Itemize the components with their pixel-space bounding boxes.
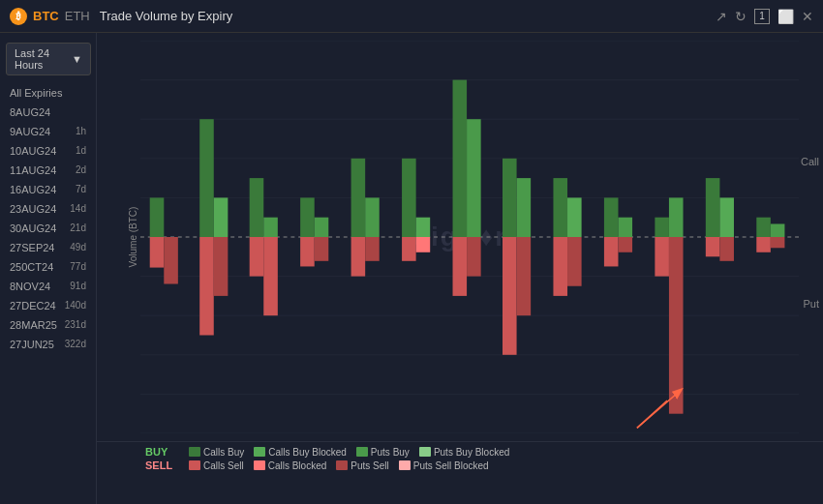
bar-8aug24-puts-sell: [164, 237, 178, 283]
sidebar-item-28mar25[interactable]: 28MAR25 231d: [0, 315, 96, 335]
bar-16aug24-puts-buy: [365, 197, 380, 237]
calls-sell-label: Calls Sell: [203, 460, 244, 471]
sidebar-item-27dec24[interactable]: 27DEC24 140d: [0, 296, 96, 315]
bar-27dec24-calls-sell: [655, 237, 669, 277]
puts-sell-swatch: [336, 460, 348, 470]
calls-buy-swatch: [189, 447, 200, 457]
bar-30aug24-puts-buy: [467, 119, 481, 237]
bar-11aug24-calls-sell: [300, 237, 315, 266]
export-button[interactable]: ↗: [716, 9, 727, 24]
calls-buy-label: Calls Buy: [203, 447, 244, 458]
expiry-label: 10AUG24: [10, 145, 56, 157]
sidebar-item-27jun25[interactable]: 27JUN25 322d: [0, 335, 96, 354]
expiry-label: 11AUG24: [10, 164, 56, 176]
svg-line-38: [637, 400, 667, 428]
expiry-label: 9AUG24: [10, 126, 50, 137]
call-side-label: Call: [801, 156, 819, 167]
chart-title: Trade Volume by Expiry: [100, 9, 233, 23]
sidebar-item-16aug24[interactable]: 16AUG24 7d: [0, 180, 96, 199]
sidebar-item-all[interactable]: All Expiries: [0, 83, 96, 103]
bar-250ct24-calls-buy: [553, 178, 567, 237]
timeframe-dropdown[interactable]: Last 24 Hours ▼: [6, 43, 90, 75]
sidebar-item-27sep24[interactable]: 27SEP24 49d: [0, 238, 96, 257]
svg-text:Put Selling: Put Selling: [601, 432, 659, 433]
btc-icon: ₿: [10, 8, 27, 25]
bar-11aug24-puts-sell: [315, 237, 329, 261]
titlebar-right: ↗ ↻ 1 ⬜ ✕: [716, 9, 813, 24]
chart-area: Volume (BTC) digit♦r Call Put: [97, 33, 823, 441]
expiry-label: 16AUG24: [10, 184, 56, 195]
sidebar-item-11aug24[interactable]: 11AUG24 2d: [0, 161, 96, 180]
btc-ticker[interactable]: BTC: [33, 9, 59, 23]
bar-28mar25-puts-sell: [719, 237, 734, 261]
calls-sell-blocked-legend: Calls Blocked: [254, 460, 327, 471]
buy-label: BUY: [145, 446, 179, 458]
expiry-label: 250CT24: [10, 261, 53, 273]
sidebar-item-8nov24[interactable]: 8NOV24 91d: [0, 277, 96, 296]
puts-buy-blocked-swatch: [419, 447, 431, 457]
days-label: 1h: [76, 126, 86, 137]
sidebar: Last 24 Hours ▼ All Expiries 8AUG24 9AUG…: [0, 33, 97, 504]
layout-button[interactable]: 1: [754, 9, 770, 24]
bar-10aug24-puts-buy: [263, 218, 278, 237]
puts-buy-blocked-label: Puts Buy Blocked: [434, 447, 509, 458]
y-axis-label: Volume (BTC): [128, 207, 138, 268]
bar-27dec24-puts-buy: [669, 197, 684, 237]
timeframe-button[interactable]: Last 24 Hours ▼: [6, 43, 91, 75]
calls-sell-swatch: [189, 460, 200, 470]
bar-9aug24-puts-buy: [214, 197, 229, 237]
bar-23aug24-calls-sell: [402, 237, 416, 261]
put-side-label: Put: [803, 298, 819, 310]
content-area: Volume (BTC) digit♦r Call Put: [97, 33, 823, 504]
sidebar-item-8aug24[interactable]: 8AUG24: [0, 103, 96, 122]
days-label: 7d: [76, 184, 86, 195]
maximize-button[interactable]: ⬜: [777, 9, 794, 24]
bar-8nov24-calls-buy: [604, 197, 619, 237]
refresh-button[interactable]: ↻: [735, 9, 747, 24]
bar-16aug24-calls-buy: [351, 159, 366, 237]
days-label: 77d: [70, 261, 86, 273]
puts-buy-label: Puts Buy: [371, 447, 410, 458]
calls-sell-legend: Calls Sell: [189, 460, 244, 471]
expiry-label: 28MAR25: [10, 319, 57, 331]
bar-27jun25-calls-buy: [756, 218, 771, 237]
expiry-label: 8NOV24: [10, 281, 50, 292]
bar-27jun25-puts-buy: [771, 223, 785, 237]
calls-buy-blocked-swatch: [254, 447, 265, 457]
bar-11aug24-calls-buy: [300, 197, 315, 237]
sidebar-item-10aug24[interactable]: 10AUG24 1d: [0, 141, 96, 161]
bar-8aug24-calls-buy: [150, 197, 165, 237]
bar-16aug24-puts-sell: [365, 237, 380, 261]
calls-buy-blocked-legend: Calls Buy Blocked: [254, 447, 347, 458]
bar-8nov24-puts-sell: [618, 237, 632, 252]
bar-28mar25-puts-buy: [719, 197, 734, 237]
bar-30aug24-puts-sell: [467, 237, 481, 277]
sidebar-item-9aug24[interactable]: 9AUG24 1h: [0, 122, 96, 141]
bar-250ct24-puts-buy: [567, 197, 582, 237]
eth-ticker[interactable]: ETH: [65, 9, 90, 23]
expiry-label: 27DEC24: [10, 300, 56, 311]
titlebar: ₿ BTC ETH Trade Volume by Expiry ↗ ↻ 1 ⬜…: [0, 0, 823, 33]
buy-legend-row: BUY Calls Buy Calls Buy Blocked Puts Buy…: [145, 446, 813, 458]
puts-buy-swatch: [356, 447, 368, 457]
close-button[interactable]: ✕: [802, 9, 813, 24]
timeframe-label: Last 24 Hours: [15, 47, 72, 71]
sidebar-item-250ct24[interactable]: 250CT24 77d: [0, 257, 96, 277]
puts-sell-blocked-legend: Puts Sell Blocked: [399, 460, 489, 471]
puts-sell-label: Puts Sell: [351, 460, 388, 471]
expiry-label: 27JUN25: [10, 339, 54, 350]
bar-28mar25-calls-buy: [706, 178, 720, 237]
main-layout: Last 24 Hours ▼ All Expiries 8AUG24 9AUG…: [0, 33, 823, 504]
bar-27sep24-calls-buy: [503, 159, 517, 237]
bar-27sep24-puts-sell: [517, 237, 532, 315]
days-label: 49d: [70, 242, 86, 253]
bar-250ct24-puts-sell: [567, 237, 582, 286]
sell-legend-row: SELL Calls Sell Calls Blocked Puts Sell …: [145, 460, 813, 471]
bar-8nov24-calls-sell: [604, 237, 619, 266]
sidebar-item-30aug24[interactable]: 30AUG24 21d: [0, 219, 96, 238]
expiry-all: All Expiries: [10, 87, 62, 99]
days-label: 2d: [76, 164, 86, 176]
bar-23aug24-puts-buy: [416, 218, 431, 237]
sidebar-item-23aug24[interactable]: 23AUG24 14d: [0, 199, 96, 219]
bar-8nov24-puts-buy: [618, 218, 632, 237]
